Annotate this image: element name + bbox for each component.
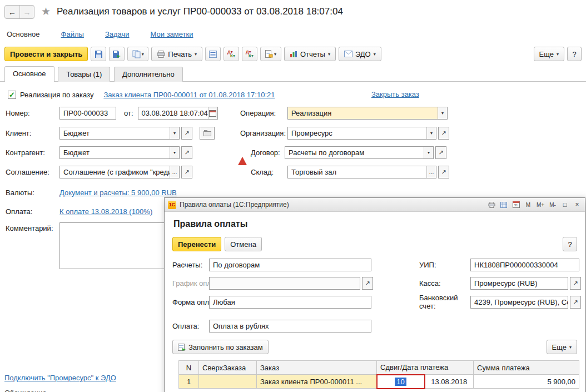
dropdown-button[interactable]: ▾ [170, 147, 179, 158]
by-order-checkbox[interactable]: ✓ [8, 91, 16, 99]
navlink-tasks[interactable]: Задачи [105, 30, 130, 38]
save-button[interactable] [91, 47, 106, 61]
payform-input[interactable]: Любая [209, 296, 371, 309]
client-input[interactable]: Бюджет ▾ [59, 127, 180, 140]
uip-value: НК1808ПР000000330004 [471, 261, 579, 269]
calendar-picker-button[interactable] [208, 107, 217, 119]
forward-button[interactable]: → [19, 6, 34, 18]
payment-link[interactable]: К оплате 13.08.2018 (100%) [59, 207, 152, 216]
cancel-button[interactable]: Отмена [225, 237, 262, 251]
reports-button[interactable]: Отчеты ▾ [284, 47, 336, 61]
tab-main[interactable]: Основное [4, 66, 54, 82]
connect-edo-link[interactable]: Подключить "Промресурс" к ЭДО [4, 374, 116, 382]
agreement-input[interactable]: Соглашение (с графиком "кредит") ... [59, 166, 180, 178]
comment-input[interactable] [59, 222, 165, 269]
open-icon: ↗ [184, 168, 189, 176]
open-counterparty-button[interactable]: ↗ [181, 146, 192, 159]
navlink-main[interactable]: Основное [7, 30, 40, 38]
dialog-help-button[interactable]: ? [563, 237, 577, 251]
dropdown-button[interactable]: ▾ [170, 127, 179, 139]
navlink-files[interactable]: Файлы [61, 30, 84, 38]
print-button[interactable]: Печать ▾ [151, 47, 202, 61]
number-input[interactable]: ПР00-000033 [59, 107, 116, 120]
help-button[interactable]: ? [567, 47, 582, 61]
col-shift-date[interactable]: Сдвиг/Дата платежа [377, 361, 474, 375]
cell-shift-editing[interactable]: 10 [377, 375, 425, 389]
settlements-input[interactable]: По договорам [209, 259, 371, 271]
counterparty-value: Бюджет [60, 148, 170, 157]
dialog-title: Правила оплаты [173, 219, 247, 229]
cell-over-order[interactable] [199, 375, 257, 389]
calc-m-minus-button[interactable]: М- [548, 200, 557, 209]
open-cash-button[interactable]: ↗ [570, 277, 581, 290]
form-tabs: Основное Товары (1) Дополнительно [0, 66, 586, 82]
bank-input[interactable]: 4239, Промресурс (RUB), Собственный счет [470, 296, 568, 309]
tab-goods[interactable]: Товары (1) [58, 67, 110, 82]
open-schedule-button[interactable]: ↗ [362, 277, 373, 290]
copy-button[interactable]: ▾ [127, 47, 148, 61]
fill-by-orders-button[interactable]: Заполнить по заказам [172, 340, 269, 354]
col-amount[interactable]: Сумма платежа [474, 361, 579, 375]
open-organization-button[interactable]: ↗ [438, 127, 449, 140]
schedule-input[interactable] [209, 277, 360, 290]
back-button[interactable]: ← [5, 6, 19, 18]
dt-kt-movements-button[interactable]: ДтКт [224, 47, 239, 61]
operation-value: Реализация [288, 109, 438, 117]
operation-label: Операция: [240, 109, 287, 117]
transfer-button[interactable]: Перенести [172, 237, 221, 251]
window-restore-button[interactable]: □ [560, 200, 569, 209]
post-and-close-button[interactable]: Провести и закрыть [4, 47, 88, 61]
contract-input[interactable]: Расчеты по договорам ▾ [285, 146, 434, 159]
dt-kt-analysis-button[interactable]: ДтКт [242, 47, 257, 61]
chevron-down-icon: ▾ [274, 52, 276, 57]
open-agreement-button[interactable]: ↗ [181, 166, 192, 178]
navlink-notes[interactable]: Мои заметки [151, 30, 193, 38]
calc-m-button[interactable]: М [524, 200, 533, 209]
cell-date[interactable]: 13.08.2018 [425, 375, 474, 389]
currencies-link[interactable]: Документ и расчеты: 5 900,00 RUB [59, 188, 177, 197]
cell-amount[interactable]: 5 900,00 [474, 375, 579, 389]
window-close-button[interactable]: × [573, 200, 582, 209]
open-bank-button[interactable]: ↗ [570, 296, 581, 309]
warehouse-input[interactable]: Торговый зал ... [287, 166, 436, 178]
dialog-more-button[interactable]: Еще ▾ [547, 340, 577, 354]
open-client-button[interactable]: ↗ [181, 127, 192, 140]
cash-input[interactable]: Промресурс (RUB) [470, 277, 568, 290]
choose-button[interactable]: ... [426, 166, 436, 178]
dialog-payment-value: Оплата в рублях [210, 322, 371, 330]
open-contract-button[interactable]: ↗ [435, 146, 446, 159]
more-button[interactable]: Еще ▾ [534, 47, 564, 61]
client-dossier-button[interactable] [200, 127, 215, 140]
cell-n[interactable]: 1 [179, 375, 199, 389]
uip-input[interactable]: НК1808ПР000000330004 [470, 259, 579, 271]
col-over-order[interactable]: СверхЗаказа [199, 361, 257, 375]
calc-m-plus-button[interactable]: М+ [536, 200, 545, 209]
open-warehouse-button[interactable]: ↗ [438, 166, 449, 178]
bar-chart-icon [290, 51, 297, 58]
favorite-star-icon[interactable]: ★ [41, 5, 51, 18]
dropdown-button[interactable]: ▾ [426, 127, 436, 139]
dropdown-button[interactable]: ▾ [438, 107, 447, 119]
organization-input[interactable]: Промресурс ▾ [287, 127, 436, 140]
dialog-titlebar[interactable]: 1С Правила оплаты (1С:Предприятие) 31 М … [165, 198, 585, 212]
customer-order-link[interactable]: Заказ клиента ПР00-000011 от 01.08.2018 … [103, 91, 275, 99]
edo-button[interactable]: ЭДО ▾ [339, 47, 381, 61]
change-document-button[interactable]: ▾ [260, 47, 281, 61]
counterparty-input[interactable]: Бюджет ▾ [59, 146, 180, 159]
close-order-link[interactable]: Закрыть заказ [371, 90, 419, 98]
titlebar-print-button[interactable] [487, 200, 496, 209]
cell-order[interactable]: Заказ клиента ПР00-000011 ... [257, 375, 377, 389]
operation-row: Операция: Реализация ▾ [240, 107, 448, 120]
dialog-payment-input[interactable]: Оплата в рублях [209, 320, 371, 333]
tab-extra[interactable]: Дополнительно [114, 67, 183, 82]
dropdown-button[interactable]: ▾ [424, 147, 433, 158]
titlebar-calendar-button[interactable]: 31 [511, 200, 520, 209]
post-button[interactable] [109, 47, 125, 61]
col-n[interactable]: N [179, 361, 199, 375]
document-register-button[interactable] [205, 47, 221, 61]
titlebar-table-button[interactable] [499, 200, 508, 209]
choose-button[interactable]: ... [170, 166, 179, 178]
date-input[interactable]: 03.08.2018 18:07:04 [138, 107, 218, 120]
operation-select[interactable]: Реализация ▾ [287, 107, 448, 120]
col-order[interactable]: Заказ [257, 361, 377, 375]
